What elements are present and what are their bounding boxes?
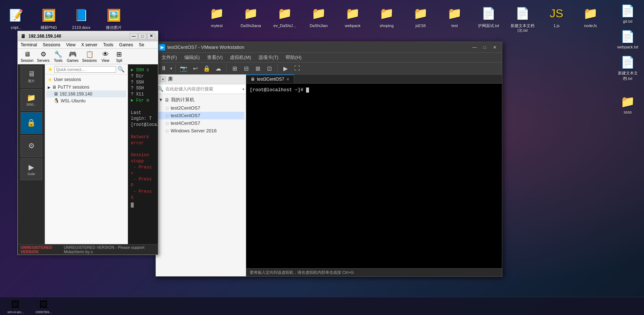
desktop-icon-webpack-txt[interactable]: 📄 webpack.txt xyxy=(613,27,642,51)
left-panel-sftp-btn[interactable]: 📁 3050... xyxy=(21,89,42,111)
vmware-maximize-button[interactable]: □ xyxy=(480,44,489,51)
toolbar-fit-button[interactable]: ⊠ xyxy=(253,63,263,73)
webpack-txt-icon: 📄 xyxy=(621,30,635,43)
vmware-minimize-button[interactable]: — xyxy=(470,44,479,51)
left-panel-active-btn[interactable]: 🔒 xyxy=(21,112,42,134)
terminal-line-9: [root@localho xyxy=(131,122,155,128)
desktop-icon-dashijian[interactable]: 📁 DaShiJian xyxy=(302,2,335,36)
sidebar-item-wsl[interactable]: 🐧 WSL-Ubuntu xyxy=(46,97,126,104)
vmware-tab-test3[interactable]: 🖥 test3CentOS7 ✕ xyxy=(246,75,294,83)
quick-connect-input[interactable] xyxy=(54,66,116,73)
toolbar-min-button[interactable]: ⊟ xyxy=(241,63,251,73)
menu-terminal[interactable]: Terminal xyxy=(19,42,38,48)
desktop-icon-git[interactable]: 📄 git.txt xyxy=(613,2,642,26)
vmware-menu-tabs[interactable]: 选项卡(T) xyxy=(256,54,282,61)
tree-item-test3centos7[interactable]: □ test3CentOS7 xyxy=(157,112,244,119)
mobaxterm-title: 192.168.159.140 xyxy=(29,34,130,39)
toolbar-view[interactable]: 👁 View xyxy=(99,50,112,63)
desktop-icon-nodejs[interactable]: 📁 nodeJs xyxy=(574,2,607,36)
toolbar-tools[interactable]: 🔧 Tools xyxy=(52,50,65,63)
suite-panel-icon: ▶ xyxy=(29,163,34,171)
desktop-icon-cript[interactable]: 📝 cript... xyxy=(0,4,33,33)
left-panel-session-btn[interactable]: 🖥 图片 xyxy=(21,66,42,88)
toolbar-servers[interactable]: ⚙ Servers xyxy=(36,50,51,63)
wsl-label: WSL-Ubuntu xyxy=(61,98,86,103)
menu-games[interactable]: Games xyxy=(118,42,135,48)
terminal-line-5: ? X11 xyxy=(131,91,155,98)
close-button[interactable]: ✕ xyxy=(147,33,155,39)
search-dropdown-icon[interactable]: ▾ xyxy=(242,87,244,91)
tree-item-test4centos7[interactable]: □ test4CentOS7 xyxy=(157,119,244,127)
toolbar-console-button[interactable]: ▶ xyxy=(280,63,291,73)
toolbar-revert-button[interactable]: ↩ xyxy=(190,63,200,73)
nodejs-icon: 📁 xyxy=(582,5,599,22)
sidebar-item-192[interactable]: 🖥 192.168.159.140 xyxy=(46,90,126,97)
desktop-icon-docx[interactable]: 📘 2110.docx xyxy=(65,4,98,33)
library-search-input[interactable] xyxy=(165,86,242,92)
vmware-menu-edit[interactable]: 编辑(E) xyxy=(181,54,203,61)
toolbar-split[interactable]: ⊞ Spli xyxy=(113,50,126,63)
mobaxterm-icon: 🖥 xyxy=(21,33,26,39)
vmware-window: ▶ test3CentOS7 - VMware Workstation — □ … xyxy=(155,42,502,277)
tab-label: test3CentOS7 xyxy=(257,77,284,82)
mytest-icon: 📁 xyxy=(208,5,226,22)
window-controls: — □ ✕ xyxy=(130,33,155,39)
toolbar-lock-button[interactable]: 🔒 xyxy=(202,63,212,73)
taskbar: 🖼 vim-vi-wo... 🖼 03087bf4... xyxy=(0,297,644,315)
tab-close-button[interactable]: ✕ xyxy=(286,77,289,82)
vmware-menu-vm[interactable]: 虚拟机(M) xyxy=(227,54,254,61)
library-close-button[interactable]: × xyxy=(160,76,166,82)
minimize-button[interactable]: — xyxy=(130,33,138,39)
desktop-icon-dashijiana[interactable]: 📁 DaShiJiana xyxy=(235,2,267,36)
toolbar-stretch-button[interactable]: ⊡ xyxy=(264,63,274,73)
dashijian-label: DaShiJian xyxy=(310,24,328,28)
desktop-icon-huwang[interactable]: 📄 护网面试.txt xyxy=(472,2,505,36)
taskbar-item-vim[interactable]: 🖼 vim-vi-wo... xyxy=(3,297,28,315)
desktop-icon-1js[interactable]: JS 1.js xyxy=(540,2,573,36)
menu-xserver[interactable]: X server xyxy=(80,42,99,48)
left-panel-macro-btn[interactable]: ⚙ xyxy=(21,135,42,157)
toolbar-session[interactable]: 🖥 Session xyxy=(19,50,35,63)
vmware-terminal[interactable]: [root@localhost ~]# xyxy=(246,84,502,268)
tree-item-winserver2016[interactable]: □ Windows Server 2016 xyxy=(157,127,244,135)
left-panel-suite-btn[interactable]: ▶ Suite xyxy=(21,158,42,180)
putty-sessions-header[interactable]: ▶ 🖥 PuTTY sessions xyxy=(46,84,126,90)
toolbar-sessions2[interactable]: 📋 Sessions xyxy=(81,50,98,63)
maximize-button[interactable]: □ xyxy=(138,33,146,39)
nodejs-label: nodeJs xyxy=(584,24,597,28)
toolbar-unity-button[interactable]: ⛶ xyxy=(292,63,302,73)
toolbar-library-button[interactable]: ⊞ xyxy=(229,63,240,73)
desktop-icon-xinjian[interactable]: 📄 新建文本文档(3).txt xyxy=(506,2,539,36)
vmware-menu-help[interactable]: 帮助(H) xyxy=(283,54,304,61)
toolbar-pause-dropdown[interactable]: ▾ xyxy=(170,66,172,71)
menu-sessions[interactable]: Sessions xyxy=(41,42,62,48)
tree-root-mycomputer[interactable]: ▼ 🖥 我的计算机 xyxy=(157,95,244,104)
vmware-menu-file[interactable]: 文件(F) xyxy=(159,54,180,61)
desktop-icon-ev-dashi[interactable]: 📁 ev_DaShiJ... xyxy=(269,2,301,36)
menu-se[interactable]: Se xyxy=(137,42,146,48)
tree-label-test2: test2CentOS7 xyxy=(171,105,200,111)
menu-view[interactable]: View xyxy=(65,42,77,48)
taskbar-item-03087[interactable]: 🖼 03087bf4... xyxy=(31,297,56,315)
user-sessions-header[interactable]: ★ User sessions xyxy=(46,76,126,83)
tree-item-test2centos7[interactable]: □ test2CentOS7 xyxy=(157,104,244,112)
desktop-icon-shoping[interactable]: 📁 shoping xyxy=(370,2,403,36)
desktop-icon-new-txt[interactable]: 📄 新建文本文档.txt xyxy=(613,53,642,84)
terminal-line-2: ? Dir xyxy=(131,73,155,80)
desktop-icon-jses6[interactable]: 📁 jsES6 xyxy=(404,2,437,36)
desktop-icon-ssss[interactable]: 📁 ssss xyxy=(613,93,642,116)
mobaxterm-terminal[interactable]: ► SSH s ? Dir ? SSH ? SSH ? X11 ► For m … xyxy=(128,64,158,244)
toolbar-pause-button[interactable]: ⏸ xyxy=(159,63,169,73)
desktop-icon-test[interactable]: 📁 test xyxy=(438,2,471,36)
desktop-icon-png[interactable]: 🖼️ 捕获PNG xyxy=(33,4,65,33)
toolbar-games[interactable]: 🎮 Games xyxy=(65,50,80,63)
terminal-line-6: ► For m xyxy=(131,98,155,104)
desktop-icon-mytest[interactable]: 📁 mytest xyxy=(201,2,233,36)
menu-tools[interactable]: Tools xyxy=(102,42,115,48)
vmware-close-button[interactable]: ✕ xyxy=(490,44,499,51)
putty-sessions-group: ▶ 🖥 PuTTY sessions 🖥 192.168.159.140 🐧 W… xyxy=(46,84,126,104)
toolbar-snapshot-button[interactable]: 📷 xyxy=(179,63,189,73)
desktop-icon-webpack[interactable]: 📁 webpack xyxy=(336,2,369,36)
toolbar-cloud-button[interactable]: ☁ xyxy=(213,63,223,73)
vmware-menu-view[interactable]: 查看(V) xyxy=(204,54,226,61)
